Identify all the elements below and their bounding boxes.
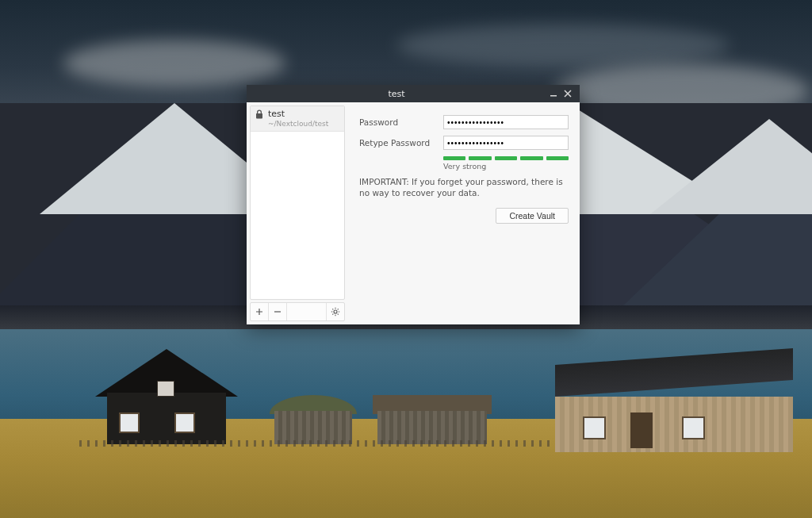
main-panel: Password Retype Password Very strong IMP… (348, 102, 580, 324)
settings-button[interactable] (327, 303, 344, 320)
sidebar-toolbar (250, 302, 345, 321)
remove-vault-button[interactable] (269, 303, 287, 320)
retype-password-field[interactable] (443, 136, 569, 150)
vault-list-item[interactable]: test ~/Nextcloud/test (251, 106, 344, 132)
password-label: Password (359, 117, 435, 127)
create-vault-button[interactable]: Create Vault (496, 208, 569, 224)
retype-password-label: Retype Password (359, 138, 435, 148)
minimize-icon (550, 90, 557, 98)
app-window: test test ~/Nextcloud/test (247, 85, 580, 324)
wallpaper-shed (270, 395, 357, 444)
window-title: test (247, 89, 546, 99)
vault-list[interactable]: test ~/Nextcloud/test (250, 106, 345, 300)
wallpaper-house-left (95, 349, 238, 444)
lock-icon (255, 109, 263, 119)
svg-point-1 (334, 310, 337, 313)
window-titlebar[interactable]: test (247, 85, 580, 102)
minus-icon (274, 308, 282, 316)
window-close-button[interactable] (561, 86, 575, 101)
vault-path: ~/Nextcloud/test (268, 120, 328, 128)
password-strength-label: Very strong (443, 162, 569, 171)
plus-icon (255, 308, 263, 316)
wallpaper-house-right (555, 365, 793, 452)
password-strength-meter (443, 156, 569, 160)
add-vault-button[interactable] (251, 303, 269, 320)
svg-rect-0 (550, 95, 557, 97)
gear-icon (331, 307, 340, 317)
window-minimize-button[interactable] (546, 86, 561, 101)
vault-sidebar: test ~/Nextcloud/test (247, 102, 348, 324)
warning-text: IMPORTANT: If you forget your password, … (359, 177, 569, 198)
wallpaper-shed (373, 395, 492, 444)
wallpaper-fence (79, 440, 550, 447)
vault-name: test (268, 109, 328, 120)
password-field[interactable] (443, 115, 569, 129)
close-icon (564, 90, 572, 98)
